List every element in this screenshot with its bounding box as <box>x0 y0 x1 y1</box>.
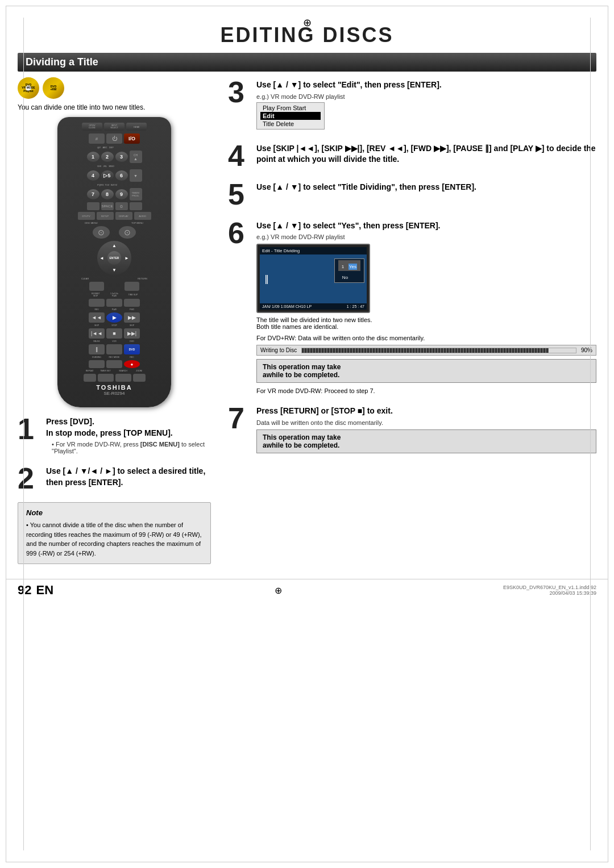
step-3: 3 Use [▲ / ▼] to select "Edit", then pre… <box>228 77 596 132</box>
zoom-btn[interactable] <box>133 374 146 382</box>
page-footer: 92 EN ⊕ E9SK0UD_DVR670KU_EN_v1.1.indd 92… <box>6 579 608 601</box>
screen-pause-icon: ‖ <box>264 273 269 284</box>
step-7-content: Press [RETURN] or [STOP ■] to exit. Data… <box>256 403 596 456</box>
step-5-number: 5 <box>228 180 251 209</box>
screen-timestamp: JAN/ 1/09 1:00AM CH10 LP <box>262 304 312 308</box>
return-btn[interactable] <box>125 282 139 291</box>
btn-4[interactable]: 4 <box>87 170 99 181</box>
screen-title-bar: Edit - Title Dividing <box>260 247 367 254</box>
step-1-content: Press [DVD]. In stop mode, press [TOP ME… <box>46 414 211 454</box>
btn-5[interactable]: ▷5 <box>101 170 114 181</box>
slow-play-btn[interactable] <box>106 299 122 307</box>
remote: OPEN/ CLOSE INPUT SELECT HDMI <box>57 117 171 407</box>
skip-back-btn[interactable]: |◄◄ <box>89 328 105 339</box>
step-3-menu: Play From Start Edit Title Delete <box>256 102 325 130</box>
power-btn[interactable]: ⏻ <box>106 133 122 144</box>
disc-menu-btn[interactable]: ⊙ <box>93 226 110 239</box>
setup-btn[interactable]: SETUP <box>97 212 114 220</box>
stop-btn[interactable]: ■ <box>106 328 122 339</box>
step-1-title: Press [DVD]. In stop mode, press [TOP ME… <box>46 416 211 439</box>
progress-bar-container: Writing to Disc 90% <box>256 345 596 356</box>
vcr-btn[interactable] <box>106 344 122 354</box>
clear-btn[interactable] <box>89 282 104 291</box>
step-6-content: Use [▲ / ▼] to select "Yes", then press … <box>256 218 596 395</box>
remote-brand: TOSHIBA <box>65 384 163 391</box>
play-btn[interactable]: ▶ <box>106 312 122 323</box>
dtv-tv-btn[interactable]: DTV/TV <box>78 212 95 220</box>
step-2-number: 2 <box>18 464 40 493</box>
screen-opt-no: No <box>342 274 349 281</box>
ch-down-btn[interactable]: ▼ <box>130 169 142 182</box>
step-5-content: Use [▲ / ▼] to select "Title Dividing", … <box>256 180 596 209</box>
dubbing-btn[interactable] <box>89 360 105 368</box>
dvd-logos: DVDVR MODEPlaylist DVD+RW <box>18 77 211 99</box>
time-slip-btn[interactable] <box>124 299 140 307</box>
screen-options: 1 Yes No <box>334 258 364 283</box>
note-title: Note <box>26 508 202 517</box>
btn-8[interactable]: 8 <box>101 189 114 199</box>
menu-title-delete: Title Delete <box>260 120 321 128</box>
nav-right[interactable]: ► <box>125 256 129 261</box>
btn-2[interactable]: 2 <box>101 152 114 162</box>
btn-9[interactable]: 9 <box>115 189 128 199</box>
pause-btn[interactable]: ‖ <box>89 344 105 354</box>
timer-prog-btn[interactable]: TIMER/PROG. <box>130 188 142 201</box>
step-3-title: Use [▲ / ▼] to select "Edit", then press… <box>256 80 596 91</box>
page: ⊕ EDITING DISCS Dividing a Title DVDVR M… <box>6 6 608 862</box>
btn-3[interactable]: 3 <box>115 152 128 162</box>
page-number: 92 <box>18 583 31 598</box>
btn-1[interactable]: 1 <box>87 152 99 162</box>
step-3-eg: e.g.) VR mode DVD-RW playlist <box>256 93 596 100</box>
hash-btn[interactable]: # <box>89 133 105 144</box>
reg-mark-top: ⊕ <box>303 16 312 29</box>
step-6-note-dvdrw: For DVD+RW: Data will be written onto th… <box>256 335 596 341</box>
btn-6[interactable]: 6 <box>115 170 128 181</box>
rev-btn[interactable]: ◄◄ <box>89 312 105 323</box>
enter-btn[interactable]: ENTER <box>107 251 121 265</box>
step-1-number: 1 <box>18 414 40 454</box>
footer-file: E9SK0UD_DVR670KU_EN_v1.1.indd 92 <box>503 585 596 590</box>
step-4: 4 Use [SKIP |◄◄], [SKIP ▶▶|], [REV ◄◄], … <box>228 141 596 170</box>
ch-up-btn[interactable]: CH ▲ <box>130 151 142 163</box>
right-column: 3 Use [▲ / ▼] to select "Edit", then pre… <box>222 77 596 573</box>
nav-ring[interactable]: ▲ ▼ ◄ ► ENTER <box>97 241 131 275</box>
step-6-title: Use [▲ / ▼] to select "Yes", then press … <box>256 220 596 232</box>
display-btn[interactable]: DISPLAY <box>115 212 132 220</box>
repeat-btn[interactable] <box>84 374 96 382</box>
step-3-content: Use [▲ / ▼] to select "Edit", then press… <box>256 77 596 132</box>
step-6-proceed: For VR mode DVD-RW: Proceed to step 7. <box>256 387 596 394</box>
step-5: 5 Use [▲ / ▼] to select "Title Dividing"… <box>228 180 596 209</box>
step-2-title: Use [▲ / ▼/◄ / ►] to select a desired ti… <box>46 466 211 488</box>
nav-left[interactable]: ◄ <box>99 256 104 261</box>
operation-note-7: This operation may takeawhile to be comp… <box>256 429 596 453</box>
section-header: Dividing a Title <box>18 53 596 72</box>
menu-play-from-start: Play From Start <box>260 104 321 112</box>
nav-down[interactable]: ▼ <box>112 268 117 273</box>
skip-fwd-btn[interactable]: ▶▶| <box>124 328 140 339</box>
step-7-number: 7 <box>228 403 251 456</box>
rec-btn[interactable]: ● <box>124 360 140 368</box>
intro-text: You can divide one title into two new ti… <box>18 103 211 111</box>
timer-set-btn[interactable] <box>98 374 114 382</box>
top-menu-btn[interactable]: ⊙ <box>119 226 136 239</box>
hdmi-btn[interactable]: HDMI <box>126 123 147 131</box>
open-close-btn[interactable]: OPEN/ CLOSE <box>82 123 102 131</box>
blank-btn[interactable] <box>130 202 142 210</box>
space-btn[interactable]: SPACE <box>101 202 114 210</box>
search-btn[interactable] <box>115 374 131 382</box>
btn-7[interactable]: 7 <box>87 189 99 199</box>
nav-up[interactable]: ▲ <box>112 243 117 248</box>
margin-line-left <box>23 18 24 850</box>
audio-btn[interactable]: AUDIO <box>134 212 151 220</box>
io-btn[interactable]: I/O <box>124 133 140 144</box>
nav-cluster: ▲ ▼ ◄ ► ENTER <box>65 241 163 275</box>
step-7: 7 Press [RETURN] or [STOP ■] to exit. Da… <box>228 403 596 456</box>
footer-date: 2009/04/03 15:39:39 <box>503 590 596 596</box>
dash-btn[interactable] <box>87 202 99 210</box>
rec-mode-btn[interactable] <box>106 360 122 368</box>
dvd-btn[interactable]: DVD <box>124 344 140 354</box>
input-select-btn[interactable]: INPUT SELECT <box>104 123 125 131</box>
instant-skip-btn[interactable] <box>89 299 105 307</box>
zero-btn[interactable]: 0 <box>115 202 128 210</box>
fwd-btn[interactable]: ▶▶ <box>124 312 140 323</box>
